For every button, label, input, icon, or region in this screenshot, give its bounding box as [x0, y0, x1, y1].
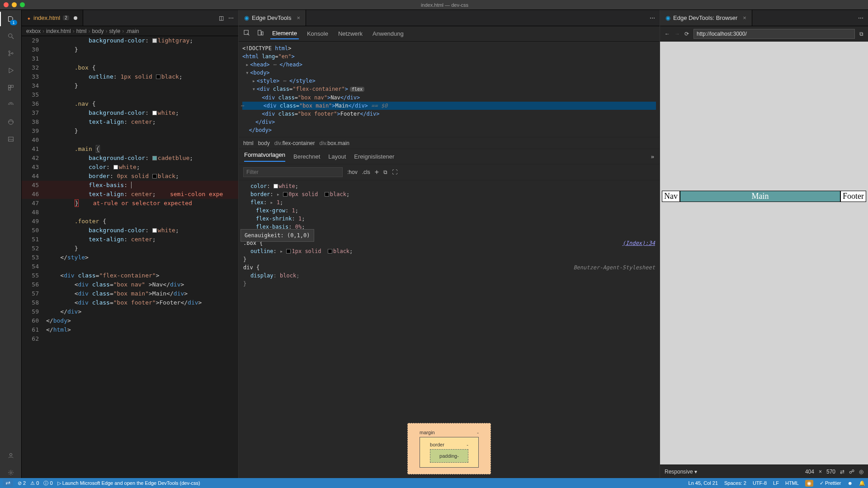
preview-main-box: Main: [680, 191, 840, 202]
svg-rect-9: [8, 137, 13, 141]
gear-icon[interactable]: [5, 467, 16, 478]
device-icon[interactable]: [257, 29, 264, 38]
hov-toggle[interactable]: :hov: [347, 169, 358, 175]
svg-rect-13: [258, 30, 261, 35]
rotate-icon[interactable]: ⇄: [840, 469, 844, 475]
devtools-pane: ◉ Edge DevTools × ⋯ Elemente Konsole Net…: [239, 10, 660, 478]
more-icon[interactable]: ⋯: [650, 15, 655, 21]
svg-point-10: [9, 453, 12, 455]
screenshot-icon[interactable]: ◎: [859, 469, 863, 475]
tab-browser[interactable]: ◉ Edge DevTools: Browser ×: [660, 10, 752, 26]
tab-styles[interactable]: Formatvorlagen: [244, 151, 285, 162]
back-icon[interactable]: ←: [665, 31, 670, 37]
extensions-icon[interactable]: [5, 82, 16, 93]
tooltip: Genauigkeit: (0,1,0): [241, 229, 314, 242]
traffic-max-icon[interactable]: [20, 2, 25, 7]
url-input[interactable]: [693, 29, 855, 39]
svg-rect-6: [11, 85, 13, 88]
explorer-icon[interactable]: 1: [5, 14, 16, 24]
edge-status-icon[interactable]: ◉: [805, 480, 813, 487]
window-title: index.html — dev-css: [25, 2, 864, 8]
tab-network[interactable]: Netzwerk: [336, 28, 364, 39]
notifications-icon[interactable]: 🔔: [859, 480, 865, 486]
remote-icon[interactable]: [5, 99, 16, 110]
more-icon[interactable]: ⋯: [228, 15, 234, 21]
warnings-count[interactable]: ⚠ 0: [30, 480, 39, 486]
info-count[interactable]: ⓘ 0: [43, 480, 52, 487]
dom-breadcrumb[interactable]: html body div.flex-container div.box.mai…: [239, 137, 660, 149]
responsive-dropdown[interactable]: Responsive ▾: [665, 469, 697, 475]
svg-point-8: [8, 120, 13, 125]
edge-icon[interactable]: [5, 117, 16, 127]
dom-tree[interactable]: <!DOCTYPE html> <html lang="en"> ▸<head>…: [239, 42, 660, 137]
styles-panel[interactable]: Genauigkeit: (0,1,0) color: white;border…: [239, 180, 660, 418]
preview-footer-box: Footer: [840, 191, 866, 202]
preview-viewport: Nav Main Footer: [660, 42, 868, 465]
svg-point-11: [10, 472, 12, 474]
launch-edge-button[interactable]: ▷ Launch Microsoft Edge and open the Edg…: [57, 480, 200, 486]
split-editor-icon[interactable]: ◫: [219, 15, 224, 21]
tab-application[interactable]: Anwendung: [371, 28, 406, 39]
encoding[interactable]: UTF-8: [753, 480, 767, 486]
tab-console[interactable]: Konsole: [305, 28, 330, 39]
svg-rect-5: [8, 85, 10, 88]
preview-nav-box: Nav: [662, 191, 680, 202]
svg-point-2: [9, 51, 10, 52]
image-icon[interactable]: [5, 134, 16, 145]
traffic-close-icon[interactable]: [4, 2, 9, 7]
pin-icon[interactable]: ⧉: [383, 169, 387, 175]
activity-badge: 1: [10, 20, 17, 25]
viewport-width[interactable]: 404: [805, 469, 814, 475]
svg-rect-14: [262, 32, 263, 35]
reload-icon[interactable]: ⟳: [684, 31, 689, 37]
more-tabs-icon[interactable]: »: [651, 153, 654, 160]
remote-indicator[interactable]: ⮂: [3, 479, 13, 487]
mac-titlebar: index.html — dev-css: [0, 0, 868, 10]
svg-rect-7: [8, 88, 10, 90]
more-icon[interactable]: ⋯: [858, 15, 863, 21]
add-rule-icon[interactable]: +: [375, 168, 379, 176]
debug-icon[interactable]: [5, 65, 16, 76]
search-icon[interactable]: [5, 31, 16, 42]
feedback-icon[interactable]: ☻: [847, 480, 853, 486]
touch-icon[interactable]: ☍: [849, 469, 854, 475]
breadcrumb[interactable]: exbox›index.html›html›body›style›.main: [22, 26, 238, 36]
close-icon[interactable]: ×: [297, 14, 300, 21]
editor-pane: ⬥ index.html 2 ◫ ⋯ exbox›index.html›html…: [22, 10, 239, 478]
browser-preview-pane: ◉ Edge DevTools: Browser × ⋯ ← → ⟳ ⧉ Nav…: [660, 10, 868, 478]
account-icon[interactable]: [5, 450, 16, 461]
viewport-height[interactable]: 570: [826, 469, 835, 475]
box-model: margin- border- padding-: [407, 423, 491, 478]
tab-listeners[interactable]: Ereignislistener: [354, 153, 394, 160]
code-editor[interactable]: 29 background-color: lightgray;30 }3132 …: [22, 36, 238, 478]
tab-elements[interactable]: Elemente: [270, 28, 299, 39]
source-control-icon[interactable]: [5, 48, 16, 59]
status-bar: ⮂ ⊘ 2 ⚠ 0 ⓘ 0 ▷ Launch Microsoft Edge an…: [0, 478, 868, 488]
open-external-icon[interactable]: ⧉: [859, 31, 863, 37]
svg-point-3: [9, 54, 10, 56]
inspect-icon[interactable]: [243, 29, 250, 38]
language-mode[interactable]: HTML: [785, 480, 799, 486]
svg-point-4: [11, 52, 13, 54]
cursor-position[interactable]: Ln 45, Col 21: [689, 480, 718, 486]
style-filter-input[interactable]: [243, 167, 343, 177]
traffic-min-icon[interactable]: [12, 2, 17, 7]
tab-computed[interactable]: Berechnet: [293, 153, 320, 160]
activity-bar: 1: [0, 10, 22, 478]
expand-icon[interactable]: ⛶: [392, 169, 397, 175]
forward-icon[interactable]: →: [675, 31, 680, 37]
cls-toggle[interactable]: .cls: [362, 169, 370, 175]
indent-setting[interactable]: Spaces: 2: [724, 480, 746, 486]
prettier-status[interactable]: ✓ Prettier: [820, 480, 841, 486]
tab-devtools[interactable]: ◉ Edge DevTools ×: [239, 10, 306, 26]
tab-layout[interactable]: Layout: [328, 153, 346, 160]
close-icon[interactable]: ×: [743, 14, 746, 21]
editor-tabs: ⬥ index.html 2 ◫ ⋯: [22, 10, 238, 26]
svg-point-0: [8, 34, 12, 38]
tab-label: index.html: [33, 14, 60, 21]
dirty-dot-icon: [74, 16, 77, 20]
errors-count[interactable]: ⊘ 2: [18, 480, 26, 486]
svg-line-1: [12, 37, 14, 39]
tab-index-html[interactable]: ⬥ index.html 2: [22, 10, 83, 26]
eol[interactable]: LF: [773, 480, 779, 486]
